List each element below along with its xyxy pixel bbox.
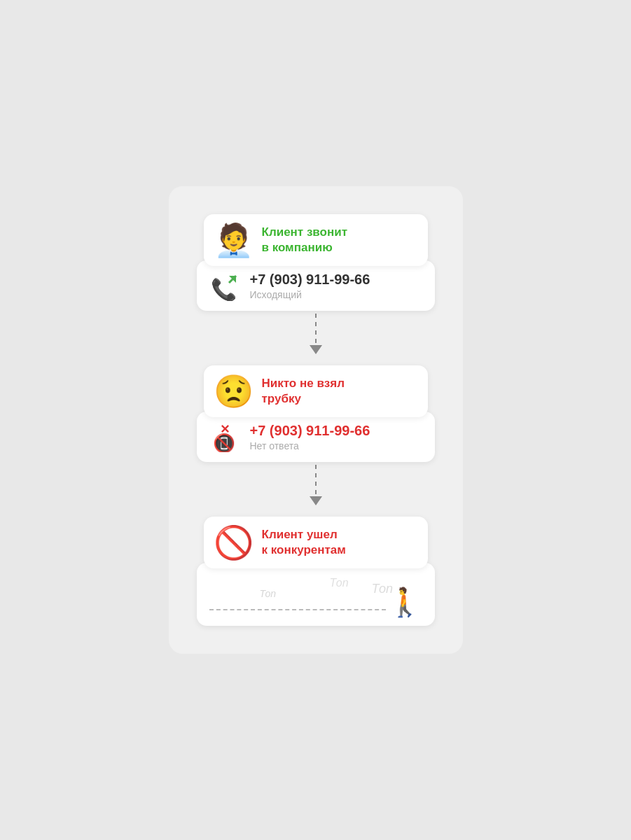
step1-phone-info: +7 (903) 911-99-66 Исходящий <box>250 272 370 300</box>
step2-group: 😟 Никто не взял трубку ✕ 📵 +7 (903) 911-… <box>190 365 442 462</box>
banned-emoji: 🚫 <box>214 526 254 559</box>
top-text-1: Топ <box>260 588 277 599</box>
step2-detail: ✕ 📵 +7 (903) 911-99-66 Нет ответа <box>197 412 435 462</box>
step2-header: 😟 Никто не взял трубку <box>204 365 428 417</box>
step2-phone-status: Нет ответа <box>250 440 370 451</box>
step2-label: Никто не взял трубку <box>262 376 345 407</box>
client-emoji: 🧑‍💼 <box>214 224 254 256</box>
step1-label: Клиент звонит в компанию <box>262 225 348 255</box>
top-text-2: Топ <box>330 577 349 589</box>
sad-emoji: 😟 <box>214 375 254 407</box>
step1-group: 🧑‍💼 Клиент звонит в компанию 📞 +7 (903) … <box>190 214 442 311</box>
main-card: 🧑‍💼 Клиент звонит в компанию 📞 +7 (903) … <box>169 186 463 654</box>
arrow1 <box>310 314 322 363</box>
step1-detail: 📞 +7 (903) 911-99-66 Исходящий <box>197 260 435 311</box>
missed-call-icon: ✕ 📵 <box>209 421 240 452</box>
step3-group: 🚫 Клиент ушел к конкурентам Топ Топ Топ … <box>190 517 442 626</box>
step3-label: Клиент ушел к конкурентам <box>262 527 346 558</box>
arrow-down2 <box>310 496 322 505</box>
svg-text:📞: 📞 <box>211 277 237 301</box>
step1-header: 🧑‍💼 Клиент звонит в компанию <box>204 214 428 266</box>
step3-walk-box: Топ Топ Топ 🚶 <box>197 563 435 626</box>
arrow2 <box>310 465 322 514</box>
step2-phone-info: +7 (903) 911-99-66 Нет ответа <box>250 423 370 451</box>
dashed-line1 <box>315 314 317 344</box>
step2-phone-number: +7 (903) 911-99-66 <box>250 423 370 439</box>
walking-person-emoji: 🚶 <box>387 586 422 619</box>
dashed-line2 <box>315 465 317 496</box>
walk-dashes <box>209 609 386 610</box>
svg-text:📵: 📵 <box>213 433 236 452</box>
arrow-down1 <box>310 345 322 354</box>
step1-phone-status: Исходящий <box>250 289 370 300</box>
outgoing-call-icon: 📞 <box>209 270 240 301</box>
step1-phone-number: +7 (903) 911-99-66 <box>250 272 370 288</box>
step3-header: 🚫 Клиент ушел к конкурентам <box>204 517 428 568</box>
